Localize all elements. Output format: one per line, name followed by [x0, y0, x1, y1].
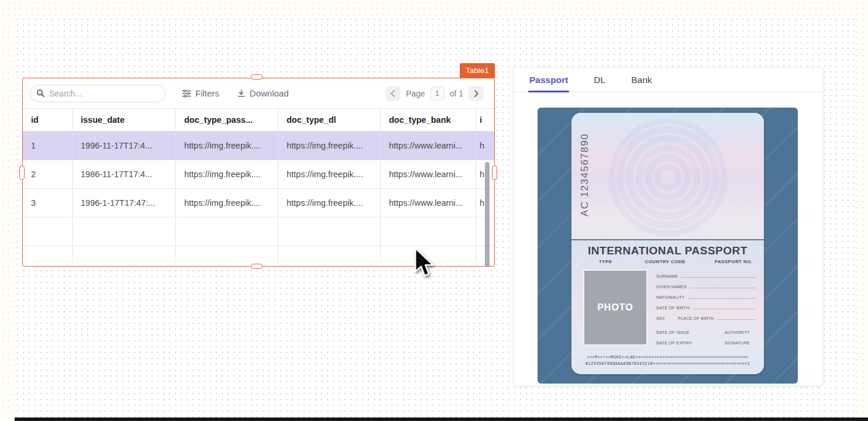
cell-issue-date[interactable]: 1986-11-17T17:4... [73, 160, 176, 188]
page-label: Page [406, 89, 425, 98]
table-row[interactable]: 3 1996-1-17T17:47:... https://img.freepi… [23, 189, 494, 218]
column-header-doc-type-pass[interactable]: doc_type_pass... [176, 109, 278, 131]
date-of-issue-label: DATE OF ISSUE [656, 330, 690, 334]
resize-handle-right[interactable] [492, 165, 497, 180]
cell-id[interactable]: 2 [23, 160, 73, 188]
chevron-left-icon [390, 90, 395, 97]
cell-doc-type-bank[interactable]: https://www.learni... [381, 160, 476, 188]
guilloche-rosette [607, 118, 729, 237]
date-of-expiry-label: DATE OF EXPIRY [656, 341, 693, 345]
search-icon [36, 89, 45, 98]
signature-label: SIGNATURE [725, 341, 750, 345]
table-toolbar: Filters Download Page of 1 [23, 78, 494, 108]
passport-title: INTERNATIONAL PASSPORT [571, 240, 764, 257]
download-icon [237, 89, 246, 98]
table-widget: Filters Download Page of 1 [22, 78, 495, 267]
page-count-label: of 1 [450, 89, 463, 98]
cell-doc-type-pass[interactable]: https://img.freepik.... [176, 132, 278, 160]
filters-icon [182, 89, 191, 98]
authority-label: AUTHORITY [725, 330, 750, 334]
tab-passport[interactable]: Passport [529, 75, 568, 91]
passport-serial-number: AC 1234567890 [579, 119, 591, 230]
passport-bottom-half: INTERNATIONAL PASSPORT TYPE COUNTRY CODE… [571, 240, 764, 373]
cell-doc-type-pass[interactable]: https://img.freepik.... [176, 189, 278, 217]
mouse-cursor [414, 247, 436, 279]
cell-doc-type-bank[interactable]: https://www.learni... [381, 189, 476, 217]
cell-id[interactable]: 3 [23, 189, 73, 217]
date-of-birth-label: DATE OF BIRTH [656, 306, 690, 310]
page-number-input[interactable] [430, 87, 445, 101]
country-code-label: COUNTRY CODE [645, 259, 686, 264]
passport-fields: SURNAME GIVEN NAMES NATIONALITY DATE OF … [656, 274, 756, 351]
table-row[interactable]: 1 1996-11-17T17:4... https://img.freepik… [23, 132, 494, 160]
tab-dl[interactable]: DL [594, 75, 605, 91]
cell-issue-date[interactable]: 1996-11-17T17:4... [73, 132, 176, 160]
vertical-scrollbar[interactable] [485, 162, 490, 267]
chevron-right-icon [474, 90, 479, 97]
header-row: id issue_date doc_type_pass... doc_type_… [23, 108, 494, 132]
column-header-issue-date[interactable]: issue_date [73, 109, 176, 131]
passport-page: AC 1234567890 INTERNATIONAL PASSPORT TYP… [571, 113, 764, 374]
passport-no-label: PASSPORT NO. [715, 259, 753, 264]
nationality-label: NATIONALITY [656, 295, 685, 299]
active-tab-underline [528, 91, 569, 92]
cell-doc-type-dl[interactable]: https://img.freepik.... [278, 160, 381, 188]
column-header-clipped[interactable]: i [476, 109, 494, 131]
cell-doc-type-bank[interactable]: https://www.learni... [381, 132, 476, 160]
empty-row [23, 218, 494, 246]
cell-doc-type-dl[interactable]: https://img.freepik.... [278, 132, 381, 160]
column-header-doc-type-bank[interactable]: doc_type_bank [381, 109, 476, 131]
passport-top-half: AC 1234567890 [571, 113, 764, 240]
widget-name-badge[interactable]: Table1 [460, 63, 495, 78]
next-page-button[interactable] [469, 86, 484, 101]
document-preview-panel: Passport DL Bank [513, 67, 824, 386]
passport-image: AC 1234567890 INTERNATIONAL PASSPORT TYP… [538, 108, 798, 384]
data-grid: id issue_date doc_type_pass... doc_type_… [23, 108, 494, 262]
resize-handle-top[interactable] [251, 74, 263, 80]
mrz-zone: <<<P>>!<<MIKE<<LAE>>>>>>>>>>>>>>>>>>>>>>… [571, 354, 764, 367]
passport-header-labels: TYPE COUNTRY CODE PASSPORT NO. [571, 259, 764, 264]
photo-placeholder: PHOTO [583, 270, 647, 346]
surname-label: SURNAME [656, 274, 678, 278]
resize-handle-bottom[interactable] [251, 264, 263, 269]
cell-id[interactable]: 1 [23, 132, 73, 160]
cell-doc-type-dl[interactable]: https://img.freepik.... [278, 189, 381, 217]
table-row[interactable]: 2 1986-11-17T17:4... https://img.freepik… [23, 160, 494, 189]
filters-label: Filters [195, 88, 219, 98]
mrz-line-1: <<<P>>!<<MIKE<<LAE>>>>>>>>>>>>>>>>>>>>>>… [571, 354, 764, 361]
place-of-birth-label: PLACE OF BIRTH [678, 316, 714, 320]
cell-issue-date[interactable]: 1996-1-17T17:47:... [73, 189, 176, 217]
sex-label: SEX [656, 316, 665, 320]
mrz-line-2: 0123456789QAAAA9876543210<<<<<<<<<<<<<<<… [571, 361, 764, 367]
tab-bank[interactable]: Bank [631, 75, 652, 91]
bottom-edge-bar [15, 417, 868, 421]
given-names-label: GIVEN NAMES [656, 285, 687, 289]
download-label: Download [250, 88, 289, 98]
column-header-doc-type-dl[interactable]: doc_type_dl [278, 109, 381, 131]
column-header-id[interactable]: id [23, 109, 73, 131]
resize-handle-left[interactable] [19, 165, 25, 180]
type-label: TYPE [599, 259, 612, 264]
cell-clipped[interactable]: h [476, 132, 494, 160]
pagination: Page of 1 [385, 86, 484, 101]
search-input[interactable] [49, 89, 149, 98]
download-button[interactable]: Download [237, 88, 289, 98]
tab-bar: Passport DL Bank [514, 68, 823, 92]
prev-page-button[interactable] [385, 86, 401, 101]
cell-doc-type-pass[interactable]: https://img.freepik.... [176, 160, 278, 188]
filters-button[interactable]: Filters [182, 88, 219, 98]
search-box[interactable] [30, 85, 166, 102]
